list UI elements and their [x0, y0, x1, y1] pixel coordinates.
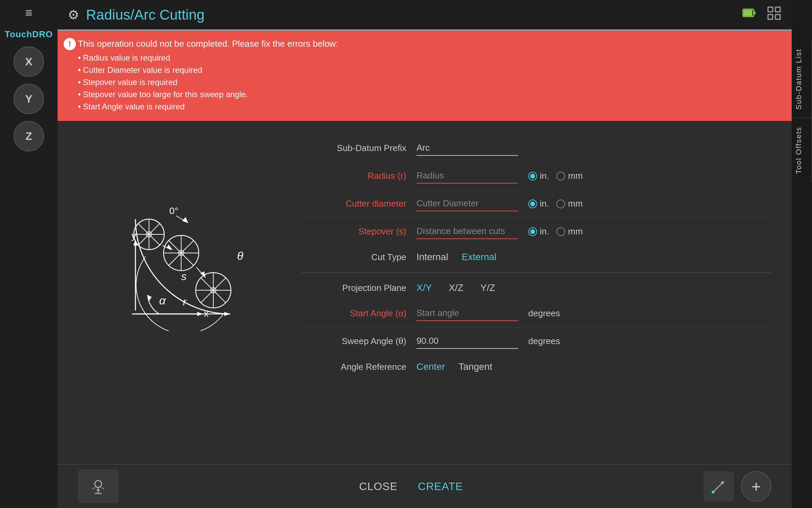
axis-x-button[interactable]: X — [14, 46, 44, 77]
content-area: y x r α 0° — [58, 121, 792, 464]
sweepangle-label: Sweep Angle (θ) — [301, 336, 416, 346]
top-bar: ⚙ Radius/Arc Cutting — [58, 0, 792, 30]
stepover-label: Stepover (s) — [301, 226, 416, 237]
projection-xy[interactable]: X/Y — [416, 282, 432, 293]
add-button[interactable]: + — [741, 471, 771, 502]
svg-rect-1 — [744, 10, 752, 16]
radius-in-circle — [528, 172, 537, 181]
sweepangle-input[interactable] — [416, 334, 518, 349]
anglereference-center[interactable]: Center — [416, 361, 445, 372]
svg-text:x: x — [204, 308, 209, 319]
projection-label: Projection Plane — [301, 283, 416, 293]
cuttype-external[interactable]: External — [462, 252, 496, 262]
cutter-label: Cutter diameter — [301, 198, 416, 209]
subdatum-input[interactable] — [416, 141, 518, 156]
svg-rect-5 — [768, 15, 773, 19]
svg-rect-6 — [775, 15, 780, 19]
radius-input[interactable] — [416, 168, 518, 184]
svg-line-52 — [101, 487, 104, 489]
stepover-in-radio[interactable]: in. — [528, 226, 549, 237]
axis-z-button[interactable]: Z — [14, 121, 44, 151]
subdatum-input-wrap — [416, 141, 771, 156]
cutter-in-radio[interactable]: in. — [528, 198, 549, 209]
left-sidebar: ≡ TouchDRO X Y Z — [0, 0, 58, 508]
error-item-5: • Start Angle value is required — [78, 101, 782, 113]
cuttype-label: Cut Type — [301, 252, 416, 262]
stepover-unit-group: in. mm — [528, 226, 583, 237]
projection-yz[interactable]: Y/Z — [480, 282, 495, 293]
anglereference-tangent[interactable]: Tangent — [458, 361, 492, 372]
radius-in-label: in. — [540, 171, 549, 181]
cuttype-options: Internal External — [416, 252, 496, 262]
startangle-unit: degrees — [528, 308, 560, 319]
form-side: Sub-Datum Prefix Radius (r) in. — [301, 134, 771, 450]
radius-input-wrap: in. mm — [416, 168, 771, 184]
divider-1 — [301, 272, 771, 273]
radius-mm-radio[interactable]: mm — [556, 171, 582, 181]
logo: TouchDRO — [5, 29, 53, 40]
cuttype-row: Cut Type Internal External — [301, 246, 771, 269]
subdatum-label: Sub-Datum Prefix — [301, 143, 416, 153]
bottom-right-icons: + — [704, 471, 771, 502]
stepover-mm-label: mm — [568, 226, 582, 237]
cutter-input[interactable] — [416, 196, 518, 211]
svg-rect-7 — [81, 134, 278, 331]
error-item-4: • Stepover value too large for this swee… — [78, 88, 782, 101]
battery-icon — [742, 6, 756, 24]
cutter-in-circle — [528, 199, 537, 208]
cutter-in-label: in. — [540, 198, 549, 209]
error-title: This operation could not be completed. P… — [78, 39, 782, 49]
cutter-unit-group: in. mm — [528, 198, 583, 209]
error-item-2: • Cutter Diameter value is required — [78, 64, 782, 76]
create-button[interactable]: CREATE — [418, 480, 463, 493]
cutter-mm-label: mm — [568, 198, 582, 209]
projection-xz[interactable]: X/Z — [449, 282, 464, 293]
stepover-input[interactable] — [416, 224, 518, 239]
cuttype-internal[interactable]: Internal — [416, 252, 448, 262]
sweepangle-unit: degrees — [528, 336, 560, 346]
radius-label: Radius (r) — [301, 171, 416, 181]
projection-row: Projection Plane X/Y X/Z Y/Z — [301, 276, 771, 300]
svg-line-51 — [92, 487, 96, 489]
cutter-mm-circle — [556, 199, 565, 208]
sweepangle-row: Sweep Angle (θ) degrees — [301, 327, 771, 355]
stepover-input-wrap: in. mm — [416, 224, 771, 239]
tool-button-1[interactable] — [78, 469, 119, 503]
bottom-tool-icon[interactable] — [704, 471, 734, 502]
startangle-label: Start Angle (α) — [301, 308, 416, 319]
stepover-mm-circle — [556, 227, 565, 236]
svg-text:θ: θ — [237, 249, 243, 262]
close-button[interactable]: CLOSE — [359, 480, 398, 493]
svg-rect-2 — [754, 11, 755, 15]
cutter-input-wrap: in. mm — [416, 196, 771, 211]
fullscreen-icon[interactable] — [767, 6, 782, 24]
menu-icon[interactable]: ≡ — [25, 7, 32, 19]
stepover-in-circle — [528, 227, 537, 236]
anglereference-option-wrap: Center Tangent — [416, 361, 771, 372]
dialog: ! This operation could not be completed.… — [58, 30, 792, 464]
svg-text:α: α — [159, 294, 166, 307]
cuttype-option-wrap: Internal External — [416, 252, 771, 262]
cutter-row: Cutter diameter in. mm — [301, 190, 771, 218]
tab-subdatum-list[interactable]: Sub-Datum List — [792, 41, 812, 119]
gear-icon: ⚙ — [68, 7, 79, 22]
bottom-left-icons — [78, 469, 119, 503]
error-item-1: • Radius value is required — [78, 52, 782, 64]
tab-tool-offsets[interactable]: Tool Offsets — [792, 119, 812, 182]
radius-in-radio[interactable]: in. — [528, 171, 549, 181]
axis-y-button[interactable]: Y — [14, 84, 44, 114]
error-banner: ! This operation could not be completed.… — [58, 30, 792, 121]
svg-text:s: s — [181, 270, 187, 282]
startangle-input[interactable] — [416, 306, 518, 321]
sweepangle-input-wrap: degrees — [416, 334, 771, 349]
cutter-mm-radio[interactable]: mm — [556, 198, 582, 209]
arc-diagram: y x r α 0° — [81, 134, 278, 331]
radius-unit-group: in. mm — [528, 171, 583, 181]
stepover-mm-radio[interactable]: mm — [556, 226, 582, 237]
stepover-in-label: in. — [540, 226, 549, 237]
bottom-bar: CLOSE CREATE + — [58, 464, 792, 508]
svg-point-56 — [712, 491, 714, 493]
startangle-input-wrap: degrees — [416, 306, 771, 321]
radius-mm-label: mm — [568, 171, 582, 181]
error-item-3: • Stepover value is required — [78, 76, 782, 88]
